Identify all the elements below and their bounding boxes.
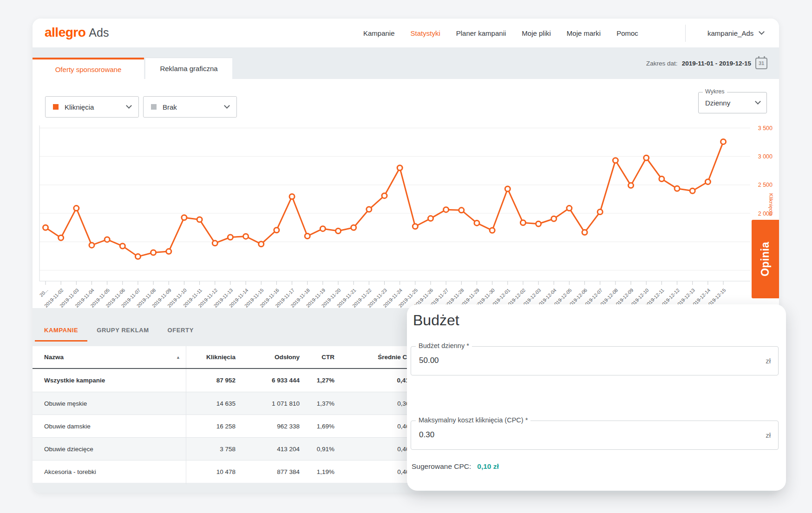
data-point[interactable] xyxy=(166,249,171,254)
data-point[interactable] xyxy=(659,177,664,182)
data-point[interactable] xyxy=(721,139,726,144)
nav-item-planer-kampanii[interactable]: Planer kampanii xyxy=(456,29,506,37)
nav-item-moje-marki[interactable]: Moje marki xyxy=(567,29,601,37)
data-point[interactable] xyxy=(674,186,680,191)
data-point[interactable] xyxy=(690,188,695,193)
row-name: Akcesoria - torebki xyxy=(33,468,186,475)
x-tick-label: 20... xyxy=(38,287,49,298)
data-point[interactable] xyxy=(505,186,510,191)
y-tick-label: 2 500 xyxy=(758,182,773,188)
nav-item-pomoc[interactable]: Pomoc xyxy=(616,29,638,37)
chevron-down-icon xyxy=(755,99,761,105)
data-point[interactable] xyxy=(289,194,295,199)
data-point[interactable] xyxy=(536,221,541,226)
page: allegroAds KampanieStatystykiPlaner kamp… xyxy=(0,0,812,513)
data-point[interactable] xyxy=(367,207,372,212)
chart-interval-legend: Wykres xyxy=(703,88,727,95)
data-point[interactable] xyxy=(490,228,495,233)
nav-item-moje-pliki[interactable]: Moje pliki xyxy=(522,29,551,37)
y-tick-label: 3 500 xyxy=(758,125,773,132)
column-header-klikniecia[interactable]: Kliknięcia xyxy=(186,354,236,361)
account-label: kampanie_Ads xyxy=(707,29,753,37)
daily-budget-input[interactable]: 50.00 xyxy=(419,356,439,365)
data-point[interactable] xyxy=(428,216,433,221)
data-point[interactable] xyxy=(182,215,187,220)
data-point[interactable] xyxy=(74,206,79,211)
data-point[interactable] xyxy=(567,206,572,211)
data-point[interactable] xyxy=(135,254,140,259)
row-cpc: 0,41 zł xyxy=(334,377,416,384)
max-cpc-currency: zł xyxy=(766,431,771,439)
data-point[interactable] xyxy=(243,234,249,239)
row-ctr: 0,91% xyxy=(300,446,334,453)
data-point[interactable] xyxy=(459,208,464,213)
data-point[interactable] xyxy=(644,155,649,160)
clicks-line-chart: 1 0001 5002 0002 5003 0003 50020...2019-… xyxy=(33,109,779,323)
feedback-tab-label: Opinia xyxy=(759,242,772,276)
lower-tab-grupy-reklam[interactable]: GRUPY REKLAM xyxy=(87,323,158,342)
data-point[interactable] xyxy=(274,228,279,233)
nav-item-statystyki[interactable]: Statystyki xyxy=(411,29,440,37)
data-point[interactable] xyxy=(705,179,710,184)
tab-oferty-sponsorowane[interactable]: Oferty sponsorowane xyxy=(33,58,144,79)
lower-tab-oferty[interactable]: OFERTY xyxy=(158,323,203,342)
data-point[interactable] xyxy=(397,165,402,171)
data-point[interactable] xyxy=(212,241,217,246)
column-header-ctr[interactable]: CTR xyxy=(300,354,334,361)
budget-modal: Budżet Budżet dzienny * 50.00 zł Maksyma… xyxy=(407,304,786,491)
calendar-icon[interactable]: 31 xyxy=(755,58,767,69)
date-range-label: Zakres dat: xyxy=(646,60,678,67)
header-divider xyxy=(685,25,686,42)
max-cpc-label: Maksymalny koszt kliknięcia (CPC) * xyxy=(416,416,530,424)
data-point[interactable] xyxy=(474,220,479,225)
data-point[interactable] xyxy=(228,235,233,240)
data-point[interactable] xyxy=(444,207,449,212)
data-point[interactable] xyxy=(89,243,94,248)
lower-tab-kampanie[interactable]: KAMPANIE xyxy=(35,323,87,342)
data-point[interactable] xyxy=(551,216,557,221)
row-clicks: 16 258 xyxy=(186,423,236,430)
column-header-nazwa[interactable]: Nazwa ▲ xyxy=(33,354,186,361)
daily-budget-currency: zł xyxy=(766,357,771,365)
data-point[interactable] xyxy=(520,220,525,225)
data-point[interactable] xyxy=(59,235,64,240)
data-point[interactable] xyxy=(336,229,341,234)
nav-item-kampanie[interactable]: Kampanie xyxy=(363,29,395,37)
column-header-odslony[interactable]: Odsłony xyxy=(236,354,300,361)
data-point[interactable] xyxy=(43,225,48,230)
budget-modal-title: Budżet xyxy=(413,312,459,329)
feedback-tab[interactable]: Opinia xyxy=(752,220,779,298)
data-point[interactable] xyxy=(582,230,587,235)
data-point[interactable] xyxy=(120,243,125,249)
max-cpc-input[interactable]: 0.30 xyxy=(419,430,434,440)
data-point[interactable] xyxy=(197,217,202,222)
data-point[interactable] xyxy=(413,224,418,229)
row-clicks: 10 478 xyxy=(186,468,236,475)
row-cpc: 0,46 zł xyxy=(334,423,416,430)
line-series-klikniecia xyxy=(46,142,723,256)
column-header-srednie-cpc[interactable]: Średnie CPC xyxy=(334,354,416,361)
daily-budget-field[interactable]: Budżet dzienny * 50.00 zł xyxy=(411,346,779,375)
row-ctr: 1,27% xyxy=(300,377,334,384)
main-nav: KampanieStatystykiPlaner kampaniiMoje pl… xyxy=(363,19,638,47)
data-point[interactable] xyxy=(629,183,634,188)
data-point[interactable] xyxy=(382,193,387,198)
data-point[interactable] xyxy=(613,158,618,163)
suggested-cpc: Sugerowane CPC: 0,10 zł xyxy=(412,462,499,471)
max-cpc-field[interactable]: Maksymalny koszt kliknięcia (CPC) * 0.30… xyxy=(411,421,779,450)
data-point[interactable] xyxy=(320,226,325,231)
tab-reklama-graficzna[interactable]: Reklama graficzna xyxy=(145,58,232,79)
row-ctr: 1,69% xyxy=(300,423,334,430)
data-point[interactable] xyxy=(151,250,156,255)
data-point[interactable] xyxy=(105,237,110,242)
row-ctr: 1,19% xyxy=(300,468,334,475)
data-point[interactable] xyxy=(597,210,602,215)
row-cpc: 0,36 zł xyxy=(334,400,416,407)
data-point[interactable] xyxy=(351,225,356,230)
header: allegroAds KampanieStatystykiPlaner kamp… xyxy=(33,19,779,47)
account-menu[interactable]: kampanie_Ads xyxy=(707,19,764,47)
allegro-ads-logo[interactable]: allegroAds xyxy=(45,25,109,40)
suggested-cpc-value[interactable]: 0,10 zł xyxy=(477,462,499,470)
data-point[interactable] xyxy=(305,234,310,239)
data-point[interactable] xyxy=(259,242,264,247)
